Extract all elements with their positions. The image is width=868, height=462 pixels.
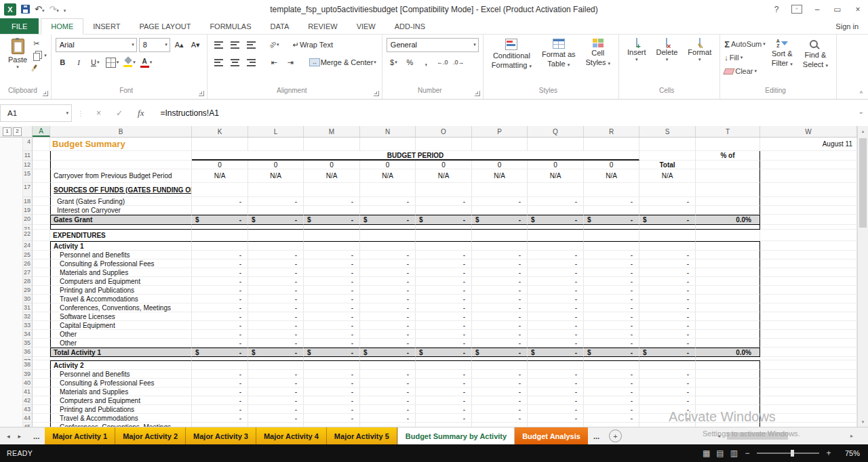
cell[interactable]: - bbox=[472, 197, 528, 206]
cell[interactable] bbox=[472, 241, 528, 251]
cell[interactable]: - bbox=[472, 321, 528, 330]
cell[interactable]: Consulting & Professional Fees bbox=[50, 259, 192, 268]
cell[interactable]: $- bbox=[639, 215, 696, 225]
cell[interactable]: 0 bbox=[416, 161, 472, 169]
cell[interactable]: - bbox=[416, 405, 472, 414]
scroll-up-arrow[interactable]: ▴ bbox=[858, 126, 868, 136]
cell[interactable]: - bbox=[248, 295, 304, 303]
cell[interactable] bbox=[33, 183, 50, 197]
align-right-button[interactable] bbox=[244, 56, 258, 69]
cell-styles-button[interactable]: Cell Styles ▾ bbox=[582, 37, 615, 68]
cell[interactable]: - bbox=[472, 405, 528, 414]
cell[interactable]: Software Licenses bbox=[50, 312, 192, 321]
cell[interactable]: - bbox=[528, 268, 584, 277]
row-header-31[interactable]: 31 bbox=[23, 303, 33, 312]
cell[interactable]: EXPENDITURES bbox=[50, 230, 192, 241]
cell[interactable]: - bbox=[416, 251, 472, 259]
delete-cells-button[interactable]: × Delete ▾ bbox=[652, 37, 682, 63]
number-dialog-launcher[interactable] bbox=[475, 91, 480, 96]
cell[interactable] bbox=[696, 241, 760, 251]
cell[interactable] bbox=[33, 277, 50, 286]
ribbon-display-options-button[interactable]: ^ bbox=[787, 0, 807, 18]
cell[interactable]: 0 bbox=[248, 161, 304, 169]
cell[interactable]: Materials and Supplies bbox=[50, 387, 192, 396]
cell[interactable]: Printing and Publications bbox=[50, 405, 192, 414]
cell[interactable]: - bbox=[192, 259, 248, 268]
cell[interactable]: - bbox=[304, 379, 360, 387]
ribbon-tab-insert[interactable]: INSERT bbox=[83, 18, 130, 34]
cell[interactable] bbox=[696, 414, 760, 423]
previous-sheet-button[interactable]: ◂ bbox=[7, 433, 10, 440]
cell[interactable] bbox=[33, 225, 50, 230]
zoom-slider[interactable] bbox=[757, 453, 819, 454]
cell[interactable]: $- bbox=[360, 215, 416, 225]
cell[interactable] bbox=[33, 379, 50, 387]
sheet-tab-budget-analysis[interactable]: Budget Analysis bbox=[515, 427, 588, 444]
cell[interactable]: - bbox=[304, 414, 360, 423]
cell[interactable] bbox=[528, 360, 584, 370]
cell[interactable]: N/A bbox=[192, 169, 248, 183]
column-header-L[interactable]: L bbox=[248, 126, 304, 137]
cell[interactable]: - bbox=[416, 259, 472, 268]
cell[interactable] bbox=[696, 387, 760, 396]
cell[interactable]: - bbox=[360, 312, 416, 321]
scroll-left-arrow[interactable]: ◂ bbox=[713, 433, 724, 439]
cell[interactable]: - bbox=[360, 321, 416, 330]
cell[interactable] bbox=[33, 259, 50, 268]
cell[interactable]: - bbox=[416, 295, 472, 303]
name-box[interactable]: A1▾ bbox=[0, 104, 72, 122]
column-header-B[interactable]: B bbox=[50, 126, 192, 137]
cell[interactable]: - bbox=[528, 339, 584, 348]
cell[interactable]: - bbox=[248, 259, 304, 268]
find-select-button[interactable]: Find & Select ▾ bbox=[799, 37, 832, 70]
borders-button[interactable]: ▾ bbox=[104, 56, 121, 69]
italic-button[interactable]: I bbox=[72, 56, 86, 69]
cell[interactable]: - bbox=[360, 379, 416, 387]
cell[interactable] bbox=[304, 230, 360, 241]
cell[interactable] bbox=[760, 387, 857, 396]
cell[interactable]: - bbox=[472, 251, 528, 259]
cell[interactable]: - bbox=[304, 370, 360, 379]
ribbon-tab-review[interactable]: REVIEW bbox=[298, 18, 347, 34]
cell[interactable]: - bbox=[639, 396, 696, 405]
cell[interactable]: - bbox=[472, 370, 528, 379]
increase-font-size-button[interactable]: A▴ bbox=[172, 38, 186, 51]
row-header-39[interactable]: 39 bbox=[23, 370, 33, 379]
cell[interactable] bbox=[696, 370, 760, 379]
cell[interactable] bbox=[33, 151, 50, 161]
cell[interactable]: - bbox=[360, 259, 416, 268]
insert-function-button[interactable]: fx bbox=[138, 108, 144, 119]
row-header-40[interactable]: 40 bbox=[23, 379, 33, 387]
cell[interactable] bbox=[33, 387, 50, 396]
cell[interactable] bbox=[639, 151, 696, 161]
cell[interactable] bbox=[696, 295, 760, 303]
cell[interactable]: - bbox=[639, 251, 696, 259]
cell[interactable] bbox=[192, 230, 248, 241]
help-button[interactable]: ? bbox=[766, 0, 787, 18]
cell[interactable]: - bbox=[416, 312, 472, 321]
row-header-17[interactable]: 17 bbox=[23, 183, 33, 197]
cell[interactable] bbox=[584, 138, 639, 151]
cell[interactable]: - bbox=[472, 379, 528, 387]
cell[interactable]: - bbox=[472, 268, 528, 277]
cell[interactable] bbox=[304, 206, 360, 215]
ribbon-tab-file[interactable]: FILE bbox=[0, 18, 39, 34]
cell[interactable]: - bbox=[528, 277, 584, 286]
cell[interactable] bbox=[33, 286, 50, 295]
cell[interactable]: 0.0% bbox=[696, 348, 760, 357]
cell[interactable] bbox=[760, 277, 857, 286]
cell[interactable] bbox=[584, 206, 639, 215]
cell[interactable] bbox=[33, 330, 50, 339]
cell[interactable] bbox=[360, 183, 416, 197]
cell[interactable] bbox=[760, 206, 857, 215]
cell[interactable] bbox=[192, 360, 248, 370]
sheet-tab-major-activity-2[interactable]: Major Activity 2 bbox=[115, 427, 186, 444]
cell[interactable] bbox=[528, 241, 584, 251]
cell[interactable] bbox=[760, 414, 857, 423]
row-header-33[interactable]: 33 bbox=[23, 321, 33, 330]
cell[interactable]: Travel & Accommodations bbox=[50, 414, 192, 423]
cell[interactable]: $- bbox=[584, 215, 639, 225]
cell[interactable]: - bbox=[360, 330, 416, 339]
cell[interactable]: - bbox=[472, 259, 528, 268]
cell[interactable] bbox=[360, 230, 416, 241]
